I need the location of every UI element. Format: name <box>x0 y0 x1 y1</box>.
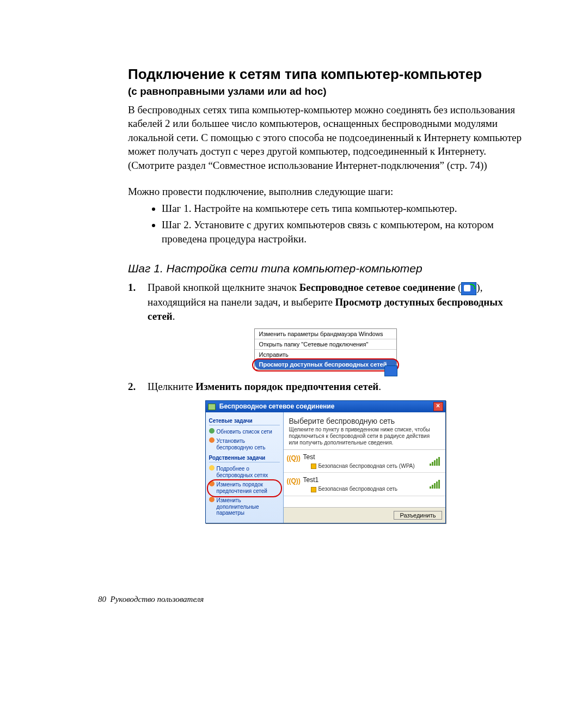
network-item[interactable]: ((Q)) Test1 Безопасная беспроводная сеть <box>284 473 445 496</box>
intro-paragraph-1: В беспроводных сетях типа компьютер-комп… <box>128 103 523 173</box>
item-number: 2. <box>128 380 148 394</box>
text: . <box>173 310 175 322</box>
item-number: 1. <box>128 281 148 323</box>
steps-summary-list: Шаг 1. Настройте на компьютере сеть типа… <box>128 202 523 246</box>
dialog-titlebar: Беспроводное сетевое соединение × <box>206 401 445 412</box>
dialog-main: Выберите беспроводную сеть Щелкните по п… <box>284 412 445 523</box>
step-summary-2: Шаг 2. Установите с других компьютеров с… <box>162 218 523 246</box>
network-name: Test1 <box>288 476 441 484</box>
antenna-icon: ((Q)) <box>287 454 301 462</box>
network-list: ((Q)) Test Безопасная беспроводная сеть … <box>284 449 445 507</box>
network-security: Безопасная беспроводная сеть (WPA) <box>288 463 441 469</box>
dialog-main-desc: Щелкните по пункту в приведенном ниже сп… <box>284 426 445 449</box>
dialog-button-bar: Разъединить <box>284 507 445 523</box>
antenna-icon: ((Q)) <box>287 477 301 485</box>
context-menu-item[interactable]: Исправить <box>255 350 396 359</box>
sidebar-link-label: Установить беспроводную сеть <box>217 438 266 450</box>
context-menu-item[interactable]: Открыть папку "Сетевые подключения" <box>255 339 396 350</box>
disconnect-button[interactable]: Разъединить <box>394 511 442 520</box>
signal-strength-icon <box>430 457 440 466</box>
intro-paragraph-2: Можно провести подключение, выполнив сле… <box>128 185 523 199</box>
page-number: 80 <box>98 595 106 604</box>
context-menu-figure: Изменить параметры брандмауэра Windows О… <box>254 328 397 370</box>
refresh-icon <box>209 428 215 434</box>
signal-strength-icon <box>430 480 440 489</box>
sidebar-link-advanced[interactable]: Изменить дополнительные параметры <box>209 496 280 519</box>
sidebar-link-label: Изменить дополнительные параметры <box>217 497 259 516</box>
network-name: Test <box>288 453 441 461</box>
page-subtitle: (с равноправными узлами или ad hoc) <box>128 86 523 97</box>
text: Щелкните <box>148 381 195 392</box>
star-icon <box>209 481 215 486</box>
lock-icon <box>311 487 316 492</box>
dialog-sidebar: Сетевые задачи Обновить список сети Уста… <box>206 412 284 523</box>
step-summary-1: Шаг 1. Настройте на компьютере сеть типа… <box>162 202 523 216</box>
sidebar-link-setup[interactable]: Установить беспроводную сеть <box>209 437 280 453</box>
dialog-title-text: Беспроводное сетевое соединение <box>219 403 335 410</box>
network-icon <box>209 437 215 443</box>
bold-text: Изменить порядок предпочтения сетей <box>195 381 378 392</box>
text: . <box>378 381 381 392</box>
step1-item-1: 1. Правой кнопкой щелкните значок Беспро… <box>128 281 523 323</box>
sidebar-group-title: Родственные задачи <box>209 453 280 462</box>
footer-text: Руководство пользователя <box>111 595 204 604</box>
sidebar-link-about[interactable]: Подробнее о беспроводных сетях <box>209 465 280 480</box>
lock-icon <box>311 464 316 469</box>
step1-heading: Шаг 1. Настройка сети типа компьютер-ком… <box>128 262 523 275</box>
context-menu-item[interactable]: Изменить параметры брандмауэра Windows <box>255 329 396 339</box>
sidebar-link-label: Обновить список сети <box>217 429 272 435</box>
dialog-title: Беспроводное сетевое соединение <box>208 403 335 410</box>
wireless-tray-icon <box>461 282 476 295</box>
network-item[interactable]: ((Q)) Test Безопасная беспроводная сеть … <box>284 450 445 473</box>
sidebar-link-refresh[interactable]: Обновить список сети <box>209 428 280 437</box>
sidebar-group-title: Сетевые задачи <box>209 416 280 425</box>
sidebar-link-label: Подробнее о беспроводных сетях <box>217 466 268 478</box>
sidebar-link-reorder[interactable]: Изменить порядок предпочтения сетей <box>209 480 280 496</box>
network-security: Безопасная беспроводная сеть <box>288 486 441 492</box>
bold-text: Беспроводное сетевое соединение <box>299 282 456 293</box>
context-menu-item-selected[interactable]: Просмотр доступных беспроводных сетей <box>255 359 396 369</box>
dialog-main-header: Выберите беспроводную сеть <box>284 412 445 426</box>
sidebar-link-label: Изменить порядок предпочтения сетей <box>217 482 267 494</box>
info-icon <box>209 465 215 471</box>
page-title: Подключение к сетям типа компьютер-компь… <box>128 65 523 83</box>
step1-item-2: 2. Щелкните Изменить порядок предпочтени… <box>128 380 523 394</box>
gear-icon <box>209 497 215 502</box>
page-footer: 80 Руководство пользователя <box>98 595 204 604</box>
close-button[interactable]: × <box>433 402 443 411</box>
wireless-tray-icon <box>384 365 397 376</box>
text: Правой кнопкой щелкните значок <box>148 282 299 293</box>
wireless-dialog-figure: Беспроводное сетевое соединение × Сетевы… <box>205 400 446 523</box>
wireless-icon <box>208 404 216 410</box>
